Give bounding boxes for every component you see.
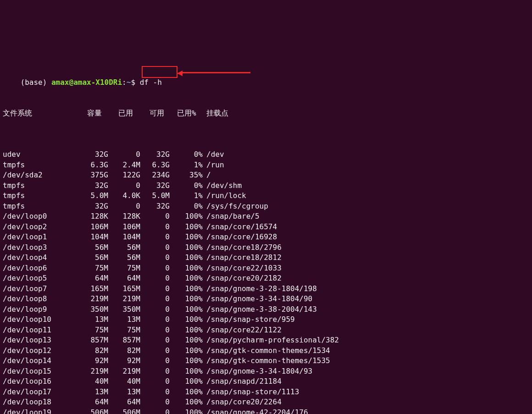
cell-filesystem: /dev/loop5: [3, 273, 47, 284]
cell-mount: /snap/gnome-42-2204/176: [206, 408, 308, 414]
cell-filesystem: /dev/loop7: [3, 284, 47, 294]
cell-filesystem: /dev/loop18: [3, 397, 51, 408]
df-row: /dev/loop1713M13M0100%/snap/snap-store/1…: [3, 387, 529, 397]
df-row: /dev/loop356M56M0100%/snap/core18/2796: [3, 243, 529, 253]
cell-filesystem: /dev/sda2: [3, 170, 43, 181]
cell-filesystem: /dev/loop15: [3, 366, 51, 377]
cell-mount: /snap/core20/2264: [206, 397, 282, 408]
cell-mount: /snap/bare/5: [206, 211, 260, 222]
cell-pct: 100%: [157, 325, 203, 336]
cell-filesystem: /dev/loop9: [3, 304, 47, 315]
cell-filesystem: /dev/loop4: [3, 253, 47, 263]
cell-mount: /dev: [206, 149, 224, 160]
cell-pct: 100%: [157, 263, 203, 274]
col-size: 容量: [87, 108, 102, 119]
cell-pct: 100%: [157, 366, 203, 377]
cell-filesystem: /dev/loop16: [3, 376, 51, 387]
cell-pct: 100%: [157, 397, 203, 408]
cell-mount: /run/lock: [206, 191, 246, 201]
cell-filesystem: /dev/loop13: [3, 335, 51, 346]
cell-pct: 100%: [157, 346, 203, 356]
df-row: /dev/loop1640M40M0100%/snap/snapd/21184: [3, 376, 529, 387]
df-row: /dev/loop1013M13M0100%/snap/snap-store/9…: [3, 315, 529, 325]
df-row: /dev/loop1492M92M0100%/snap/gtk-common-t…: [3, 356, 529, 366]
cell-mount: /sys/fs/cgroup: [206, 201, 268, 212]
df-row: /dev/loop1282M82M0100%/snap/gtk-common-t…: [3, 346, 529, 356]
df-header-row: 文件系统 容量 已用 可用 已用% 挂载点: [3, 108, 529, 119]
cell-pct: 100%: [157, 387, 203, 397]
cell-mount: /snap/core20/2182: [206, 273, 282, 284]
cell-pct: 100%: [157, 232, 203, 243]
df-row: /dev/loop1864M64M0100%/snap/core20/2264: [3, 397, 529, 408]
cell-filesystem: /dev/loop19: [3, 408, 51, 414]
df-row: tmpfs5.0M4.0K5.0M1%/run/lock: [3, 191, 529, 201]
cell-mount: /snap/core22/1033: [206, 263, 282, 274]
cell-mount: /snap/gnome-3-34-1804/93: [206, 366, 312, 377]
cell-mount: /snap/core22/1122: [206, 325, 282, 336]
user-host: amax@amax-X10DRi: [51, 78, 122, 87]
df-row: /dev/sda2375G122G234G35%/: [3, 170, 529, 181]
cell-filesystem: /dev/loop14: [3, 356, 51, 366]
df-row: /dev/loop1104M104M0100%/snap/core/16928: [3, 232, 529, 243]
cell-filesystem: /dev/loop1: [3, 232, 47, 243]
cell-filesystem: /dev/loop11: [3, 325, 51, 336]
terminal[interactable]: env.yml node-v10.25.0-linux-x64.tar.gz T…: [0, 0, 532, 414]
cell-filesystem: /dev/loop10: [3, 315, 51, 325]
df-row: /dev/loop675M75M0100%/snap/core22/1033: [3, 263, 529, 274]
cell-filesystem: tmpfs: [3, 181, 25, 191]
cell-pct: 35%: [157, 170, 203, 181]
cell-pct: 100%: [157, 284, 203, 294]
df-row: /dev/loop13857M857M0100%/snap/pycharm-pr…: [3, 335, 529, 346]
df-row: udev32G032G0%/dev: [3, 149, 529, 160]
df-row: /dev/loop0128K128K0100%/snap/bare/5: [3, 211, 529, 222]
cell-mount: /run: [206, 160, 224, 171]
cell-filesystem: /dev/loop8: [3, 294, 47, 304]
cell-filesystem: tmpfs: [3, 160, 25, 171]
cell-pct: 0%: [157, 201, 203, 212]
cell-pct: 0%: [157, 181, 203, 191]
cell-pct: 100%: [157, 315, 203, 325]
df-row: tmpfs6.3G2.4M6.3G1%/run: [3, 160, 529, 171]
cell-filesystem: /dev/loop0: [3, 211, 47, 222]
df-row: /dev/loop2106M106M0100%/snap/core/16574: [3, 222, 529, 232]
cell-mount: /snap/core18/2812: [206, 253, 282, 263]
cell-mount: /: [206, 170, 211, 181]
cell-pct: 1%: [157, 160, 203, 171]
cell-mount: /snap/snap-store/959: [206, 315, 295, 325]
cell-pct: 100%: [157, 304, 203, 315]
cell-mount: /snap/core/16574: [206, 222, 277, 232]
col-mount: 挂载点: [206, 108, 228, 119]
df-row: /dev/loop8219M219M0100%/snap/gnome-3-34-…: [3, 294, 529, 304]
arrow-annotation: [177, 71, 250, 76]
cell-pct: 1%: [157, 191, 203, 201]
col-used: 已用: [118, 108, 133, 119]
cell-filesystem: udev: [3, 149, 21, 160]
cell-pct: 100%: [157, 253, 203, 263]
cell-filesystem: tmpfs: [3, 201, 25, 212]
df-row: /dev/loop1175M75M0100%/snap/core22/1122: [3, 325, 529, 336]
df-row: tmpfs32G032G0%/dev/shm: [3, 181, 529, 191]
df-rows-container: udev32G032G0%/devtmpfs6.3G2.4M6.3G1%/run…: [3, 149, 529, 414]
cell-pct: 100%: [157, 356, 203, 366]
cell-pct: 100%: [157, 294, 203, 304]
cell-pct: 100%: [157, 243, 203, 253]
cell-filesystem: /dev/loop3: [3, 243, 47, 253]
cell-filesystem: /dev/loop2: [3, 222, 47, 232]
col-pct: 已用%: [177, 108, 196, 119]
df-row: /dev/loop7165M165M0100%/snap/gnome-3-28-…: [3, 284, 529, 294]
cell-mount: /snap/snapd/21184: [206, 376, 282, 387]
cell-mount: /snap/gtk-common-themes/1535: [206, 356, 330, 366]
cell-mount: /snap/core18/2796: [206, 243, 282, 253]
cell-mount: /snap/snap-store/1113: [206, 387, 299, 397]
scrollback-line: env.yml node-v10.25.0-linux-x64.tar.gz T…: [3, 31, 529, 36]
df-row: /dev/loop456M56M0100%/snap/core18/2812: [3, 253, 529, 263]
prompt-line: (base) amax@amax-X10DRi:~$ df -h: [3, 67, 529, 77]
cell-filesystem: tmpfs: [3, 191, 25, 201]
cell-filesystem: /dev/loop17: [3, 387, 51, 397]
cell-pct: 100%: [157, 222, 203, 232]
cell-pct: 0%: [157, 149, 203, 160]
cell-mount: /snap/gnome-3-34-1804/90: [206, 294, 312, 304]
df-row: /dev/loop19506M506M0100%/snap/gnome-42-2…: [3, 408, 529, 414]
df-row: tmpfs32G032G0%/sys/fs/cgroup: [3, 201, 529, 212]
command-text: df -h: [140, 78, 162, 87]
